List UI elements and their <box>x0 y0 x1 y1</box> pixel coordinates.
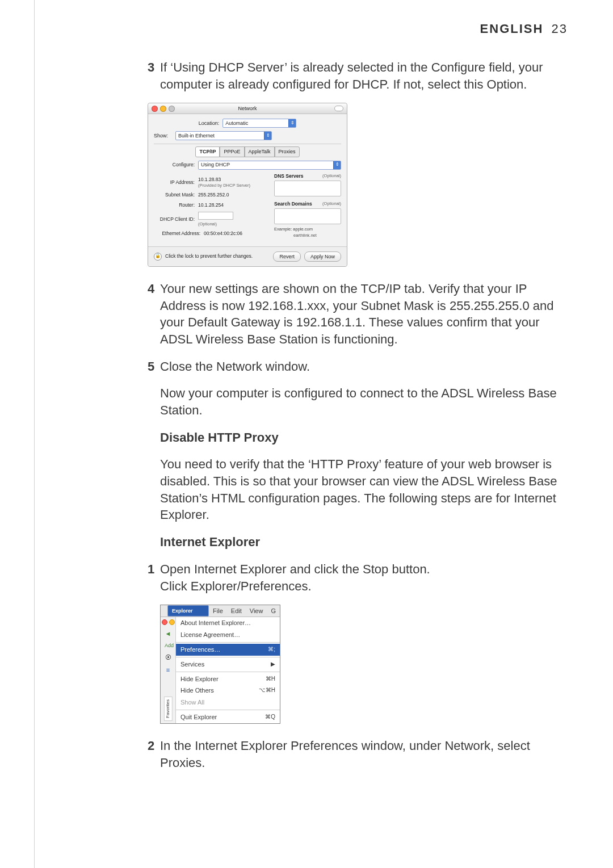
hide-explorer-shortcut: ⌘H <box>266 675 275 684</box>
ie-menu-window: Explorer File Edit View G ◄ Add ⦿ <box>160 605 280 724</box>
step-3: 3 If ‘Using DHCP Server’ is already sele… <box>148 59 568 93</box>
menu-view[interactable]: View <box>246 606 267 617</box>
step-4-number: 4 <box>148 280 160 348</box>
sidebar-add-label: Add <box>162 642 174 649</box>
router-label: Router: <box>154 202 198 208</box>
tab-bar: TCP/IP PPPoE AppleTalk Proxies <box>154 146 341 157</box>
menu-item-about[interactable]: About Internet Explorer… <box>176 617 280 629</box>
header-language: ENGLISH <box>480 22 544 36</box>
search-domains-example: Example: apple.com earthlink.net <box>274 227 341 238</box>
figure-network-window: Network Location: Automatic ⇕ Show: <box>148 103 568 267</box>
submenu-arrow-icon: ▶ <box>271 660 275 669</box>
configure-select[interactable]: Using DHCP ⇕ <box>198 161 341 170</box>
example-label: Example: <box>274 227 292 232</box>
menu-item-quit[interactable]: Quit Explorer ⌘Q <box>176 711 280 723</box>
location-label: Location: <box>199 120 220 127</box>
ie-step-2-number: 2 <box>148 737 160 771</box>
step-5: 5 Close the Network window. <box>148 358 568 375</box>
configure-label: Configure: <box>154 162 198 168</box>
example-value-2: earthlink.net <box>293 233 341 238</box>
after-step5-text: Now your computer is configured to conne… <box>160 385 568 418</box>
header-page-number: 23 <box>552 22 568 36</box>
subnet-mask-label: Subnet Mask: <box>154 192 198 198</box>
tab-proxies[interactable]: Proxies <box>275 146 300 157</box>
apple-menu-icon[interactable] <box>161 610 167 612</box>
menu-edit[interactable]: Edit <box>227 606 246 617</box>
search-domains-optional: (Optional) <box>322 201 341 207</box>
back-icon[interactable]: ◄ <box>164 630 172 638</box>
chevron-updown-icon: ⇕ <box>333 161 341 169</box>
show-label: Show: <box>154 132 172 139</box>
revert-button[interactable]: Revert <box>273 251 301 262</box>
dhcp-client-id-label: DHCP Client ID: <box>154 216 198 223</box>
menu-item-hide-others[interactable]: Hide Others ⌥⌘H <box>176 685 280 697</box>
ie-step-1-line1: Open Internet Explorer and click the Sto… <box>160 562 430 576</box>
internet-explorer-heading: Internet Explorer <box>160 534 568 551</box>
ie-sidebar: ◄ Add ⦿ ≡ Favorites <box>161 617 176 723</box>
menu-item-license[interactable]: License Agreement… <box>176 629 280 641</box>
apply-now-button[interactable]: Apply Now <box>304 251 341 262</box>
location-select[interactable]: Automatic ⇕ <box>222 119 296 128</box>
menu-go[interactable]: G <box>267 606 280 617</box>
ip-address-value: 10.1.28.83 <box>198 177 250 183</box>
tab-appletalk[interactable]: AppleTalk <box>245 146 275 157</box>
step-3-number: 3 <box>148 59 160 93</box>
figure-ie-menu: Explorer File Edit View G ◄ Add ⦿ <box>160 605 568 724</box>
mac-menubar: Explorer File Edit View G <box>161 605 280 617</box>
left-margin-rule <box>34 0 35 868</box>
show-value: Built-in Ethernet <box>178 132 215 139</box>
chevron-updown-icon: ⇕ <box>288 119 296 127</box>
ie-step-2: 2 In the Internet Explorer Preferences w… <box>148 737 568 771</box>
location-value: Automatic <box>225 120 248 127</box>
step-5-text: Close the Network window. <box>160 358 568 375</box>
close-icon[interactable] <box>162 619 167 625</box>
ip-address-sub: (Provided by DHCP Server) <box>198 183 250 188</box>
menu-item-services[interactable]: Services ▶ <box>176 659 280 670</box>
history-icon[interactable]: ≡ <box>164 666 172 674</box>
dns-servers-input[interactable] <box>274 181 341 196</box>
menu-item-preferences[interactable]: Preferences… ⌘; <box>176 644 280 656</box>
dhcp-client-id-sub: (Optional) <box>198 221 233 227</box>
menu-item-hide-explorer[interactable]: Hide Explorer ⌘H <box>176 673 280 685</box>
menu-file[interactable]: File <box>209 606 227 617</box>
menu-item-show-all: Show All <box>176 697 280 708</box>
router-value: 10.1.28.254 <box>198 202 224 208</box>
show-select[interactable]: Built-in Ethernet ⇕ <box>175 131 272 140</box>
ie-step-1: 1 Open Internet Explorer and click the S… <box>148 561 568 594</box>
favorites-tab[interactable]: Favorites <box>164 697 173 721</box>
tab-pppoe[interactable]: PPPoE <box>220 146 244 157</box>
example-value-1: apple.com <box>293 227 313 232</box>
search-domains-label: Search Domains <box>274 201 312 207</box>
stop-icon[interactable]: ⦿ <box>164 653 172 661</box>
lock-icon[interactable]: 🔒 <box>154 253 162 261</box>
dns-servers-label: DNS Servers <box>274 173 304 179</box>
step-4-text: Your new settings are shown on the TCP/I… <box>160 280 568 348</box>
preferences-shortcut: ⌘; <box>268 645 275 654</box>
minimize-icon[interactable] <box>169 619 175 625</box>
subnet-mask-value: 255.255.252.0 <box>198 192 229 198</box>
chevron-updown-icon: ⇕ <box>264 132 271 140</box>
quit-shortcut: ⌘Q <box>265 713 275 722</box>
ethernet-address-value: 00:50:e4:00:2c:06 <box>204 230 242 237</box>
dhcp-client-id-input[interactable] <box>198 212 233 220</box>
disable-http-proxy-heading: Disable HTTP Proxy <box>160 429 568 446</box>
search-domains-input[interactable] <box>274 208 341 224</box>
lock-text: Click the lock to prevent further change… <box>165 253 270 259</box>
ie-step-2-text: In the Internet Explorer Preferences win… <box>160 737 568 771</box>
page-header: ENGLISH 23 <box>34 22 568 36</box>
disable-http-proxy-text: You need to verify that the ‘HTTP Proxy’… <box>160 456 568 523</box>
menu-explorer[interactable]: Explorer <box>167 605 209 617</box>
explorer-dropdown: About Internet Explorer… License Agreeme… <box>176 617 280 723</box>
mac-network-window: Network Location: Automatic ⇕ Show: <box>148 103 347 267</box>
window-title: Network <box>148 105 347 112</box>
mac-titlebar: Network <box>148 103 347 114</box>
step-3-text: If ‘Using DHCP Server’ is already select… <box>160 59 568 93</box>
dns-servers-optional: (Optional) <box>322 173 341 179</box>
tab-tcpip[interactable]: TCP/IP <box>195 146 220 157</box>
step-5-number: 5 <box>148 358 160 375</box>
ie-step-1-number: 1 <box>148 561 160 594</box>
hide-others-shortcut: ⌥⌘H <box>259 686 275 695</box>
ie-step-1-line2: Click Explorer/Preferences. <box>160 579 312 593</box>
step-4: 4 Your new settings are shown on the TCP… <box>148 280 568 348</box>
ethernet-address-label: Ethernet Address: <box>154 230 204 237</box>
